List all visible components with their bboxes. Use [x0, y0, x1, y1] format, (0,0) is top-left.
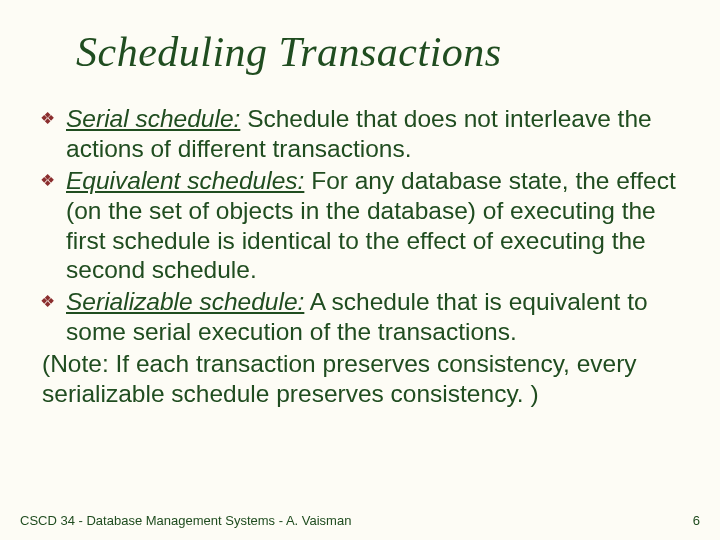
footer: CSCD 34 - Database Management Systems - …	[20, 513, 700, 528]
slide-body: ❖ Serial schedule: Schedule that does no…	[40, 104, 682, 409]
bullet-item: ❖ Serializable schedule: A schedule that…	[40, 287, 682, 347]
diamond-bullet-icon: ❖	[40, 171, 55, 192]
page-number: 6	[693, 513, 700, 528]
diamond-bullet-icon: ❖	[40, 109, 55, 130]
note-text: (Note: If each transaction preserves con…	[40, 349, 682, 409]
slide-title: Scheduling Transactions	[76, 28, 682, 76]
term: Equivalent schedules:	[66, 167, 304, 194]
bullet-item: ❖ Equivalent schedules: For any database…	[40, 166, 682, 286]
term: Serial schedule:	[66, 105, 240, 132]
footer-left: CSCD 34 - Database Management Systems - …	[20, 513, 351, 528]
term: Serializable schedule:	[66, 288, 304, 315]
slide: Scheduling Transactions ❖ Serial schedul…	[0, 0, 720, 540]
bullet-item: ❖ Serial schedule: Schedule that does no…	[40, 104, 682, 164]
diamond-bullet-icon: ❖	[40, 292, 55, 313]
